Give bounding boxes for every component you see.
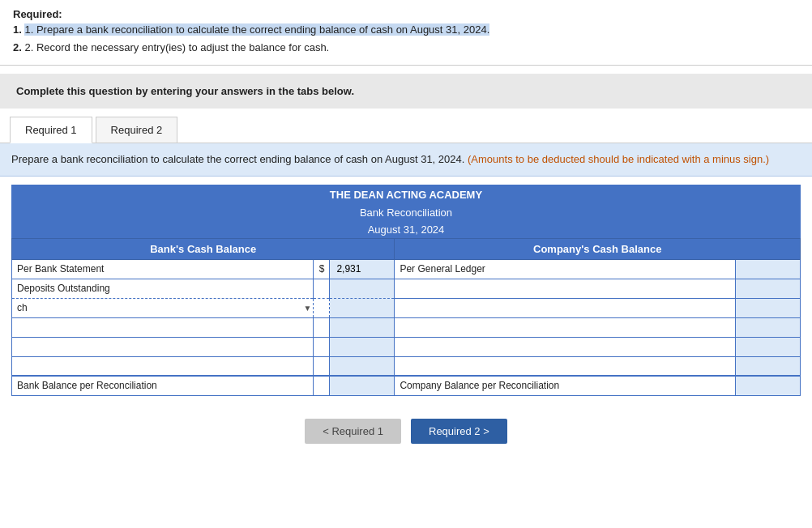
row5-right-label bbox=[395, 337, 736, 356]
recon-table-wrapper: THE DEAN ACTING ACADEMY Bank Reconciliat… bbox=[0, 177, 812, 407]
required-header: Required: 1. 1. Prepare a bank reconcili… bbox=[0, 0, 812, 66]
row1-dollar: $ bbox=[314, 259, 330, 279]
tab-required-1[interactable]: Required 1 bbox=[10, 117, 92, 143]
row5-right-input[interactable] bbox=[741, 340, 795, 353]
table-row: Per Bank Statement $ Per General Ledger bbox=[12, 259, 801, 279]
info-main-text: Prepare a bank reconciliation to calcula… bbox=[11, 153, 464, 165]
item2-text: 2. Record the necessary entry(ies) to ad… bbox=[24, 41, 329, 53]
table-date-row: August 31, 2024 bbox=[12, 221, 801, 239]
row6-left-input-cell bbox=[330, 356, 395, 376]
row3-right-input[interactable] bbox=[741, 301, 795, 314]
row6-dollar bbox=[314, 356, 330, 376]
row6-right-input[interactable] bbox=[741, 360, 795, 373]
footer-left-input-cell bbox=[330, 376, 395, 395]
row5-right-input-cell bbox=[736, 337, 801, 356]
row2-left-label: Deposits Outstanding bbox=[12, 279, 314, 298]
row1-left-label: Per Bank Statement bbox=[12, 259, 314, 279]
row3-label-text: ch bbox=[17, 302, 28, 313]
footer-dollar bbox=[314, 376, 330, 395]
footer-right-input-cell bbox=[736, 376, 801, 395]
row6-left-label bbox=[12, 356, 314, 376]
info-banner: Prepare a bank reconciliation to calcula… bbox=[0, 143, 812, 177]
footer-right-input[interactable] bbox=[741, 379, 795, 392]
row6-right-label bbox=[395, 356, 736, 376]
item1-text: 1. Prepare a bank reconciliation to calc… bbox=[24, 23, 489, 36]
table-title: THE DEAN ACTING ACADEMY bbox=[12, 185, 801, 204]
row1-left-input[interactable] bbox=[335, 262, 389, 275]
row4-right-label bbox=[395, 317, 736, 337]
row4-left-input-cell bbox=[330, 317, 395, 337]
footer-left-label: Bank Balance per Reconciliation bbox=[12, 376, 314, 395]
info-note-text: (Amounts to be deducted should be indica… bbox=[468, 153, 769, 165]
row4-left-label bbox=[12, 317, 314, 337]
row2-right-input[interactable] bbox=[741, 282, 795, 295]
row3-left-input-cell bbox=[330, 298, 395, 317]
required-item-2: 2. 2. Record the necessary entry(ies) to… bbox=[13, 40, 799, 56]
row2-dollar bbox=[314, 279, 330, 298]
row4-dollar bbox=[314, 317, 330, 337]
row3-right-label bbox=[395, 298, 736, 317]
row1-right-input[interactable] bbox=[741, 262, 795, 275]
row4-right-input-cell bbox=[736, 317, 801, 337]
table-col-header-row: Bank's Cash Balance Company's Cash Balan… bbox=[12, 238, 801, 259]
table-row: ch ▼ bbox=[12, 298, 801, 317]
footer-row: Bank Balance per Reconciliation Company … bbox=[12, 376, 801, 395]
table-title-row: THE DEAN ACTING ACADEMY bbox=[12, 185, 801, 204]
row6-right-input-cell bbox=[736, 356, 801, 376]
reconciliation-table: THE DEAN ACTING ACADEMY Bank Reconciliat… bbox=[11, 185, 801, 396]
row1-left-input-cell bbox=[330, 259, 395, 279]
table-row bbox=[12, 337, 801, 356]
item2-bold: 2. bbox=[13, 41, 22, 53]
required-item-1: 1. 1. Prepare a bank reconciliation to c… bbox=[13, 22, 799, 38]
footer-right-label: Company Balance per Reconciliation bbox=[395, 376, 736, 395]
prev-button[interactable]: < Required 1 bbox=[305, 419, 401, 444]
right-col-header: Company's Cash Balance bbox=[395, 238, 801, 259]
next-button[interactable]: Required 2 > bbox=[411, 419, 507, 444]
row1-right-label: Per General Ledger bbox=[395, 259, 736, 279]
required-label: Required: bbox=[13, 8, 62, 20]
row4-right-input[interactable] bbox=[741, 321, 795, 334]
row3-left-label[interactable]: ch ▼ bbox=[12, 298, 314, 317]
row6-left-input[interactable] bbox=[335, 360, 389, 373]
nav-buttons: < Required 1 Required 2 > bbox=[0, 407, 812, 452]
table-row: Deposits Outstanding bbox=[12, 279, 801, 298]
table-date: August 31, 2024 bbox=[12, 221, 801, 239]
row3-left-input[interactable] bbox=[335, 301, 389, 314]
dropdown-icon: ▼ bbox=[304, 304, 312, 313]
footer-left-input[interactable] bbox=[335, 379, 389, 392]
row2-left-input[interactable] bbox=[335, 282, 389, 295]
row2-right-label bbox=[395, 279, 736, 298]
left-col-header: Bank's Cash Balance bbox=[12, 238, 395, 259]
row3-right-input-cell bbox=[736, 298, 801, 317]
row5-dollar bbox=[314, 337, 330, 356]
table-subtitle-row: Bank Reconciliation bbox=[12, 204, 801, 221]
table-row bbox=[12, 356, 801, 376]
instruction-text: Complete this question by entering your … bbox=[16, 85, 354, 97]
row1-right-input-cell bbox=[736, 259, 801, 279]
tab-required-2[interactable]: Required 2 bbox=[96, 117, 178, 143]
instruction-box: Complete this question by entering your … bbox=[0, 74, 812, 109]
item1-bold: 1. bbox=[13, 23, 22, 36]
row5-left-label bbox=[12, 337, 314, 356]
row4-left-input[interactable] bbox=[335, 321, 389, 334]
row5-left-input[interactable] bbox=[335, 340, 389, 353]
row2-right-input-cell bbox=[736, 279, 801, 298]
table-row bbox=[12, 317, 801, 337]
table-subtitle: Bank Reconciliation bbox=[12, 204, 801, 221]
row3-dollar bbox=[314, 298, 330, 317]
row5-left-input-cell bbox=[330, 337, 395, 356]
row2-left-input-cell bbox=[330, 279, 395, 298]
tabs-container: Required 1 Required 2 bbox=[0, 117, 812, 143]
